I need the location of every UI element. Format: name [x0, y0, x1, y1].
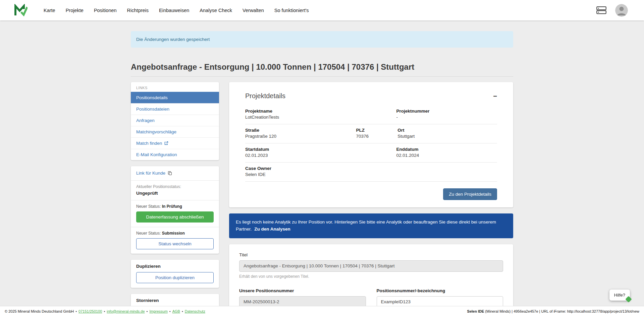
- sidebar-item-label: E-Mail Konfiguration: [136, 152, 177, 157]
- title-divider: [131, 76, 513, 77]
- title-field-label: Titel: [239, 252, 503, 257]
- footer-separator: •: [104, 309, 105, 313]
- session-info: Selen IDE (Mineral Minds) | 4956ea2e457e…: [467, 309, 639, 313]
- nav-item-richtpreis[interactable]: Richtpreis: [127, 8, 149, 13]
- nav-item-projekte[interactable]: Projekte: [66, 8, 84, 13]
- position-number-label: Positionsnummer/-bezeichnung: [377, 288, 503, 293]
- sidebar-links-card: LINKS Positionsdetails Positionsdateien …: [131, 82, 219, 160]
- our-number-label: Unsere Positionsnummer: [239, 288, 366, 293]
- sidebar-item-match-finden[interactable]: Match finden: [131, 137, 219, 149]
- field-label: Ort: [397, 128, 497, 133]
- duplicate-position-button[interactable]: Position duplizieren: [136, 272, 214, 283]
- alert-message: Die Änderungen wurden gespeichert: [136, 37, 210, 42]
- main-nav: Karte Projekte Positionen Richtpreis Ein…: [44, 8, 309, 13]
- footer-agb-link[interactable]: AGB: [172, 309, 180, 313]
- field-label: Projektnummer: [396, 109, 497, 114]
- field-label: Straße: [245, 128, 356, 133]
- navbar-right: [596, 4, 628, 17]
- nav-item-analyse-check[interactable]: Analyse Check: [200, 8, 232, 13]
- sidebar-item-label: Positionsdateien: [136, 107, 169, 112]
- new-status-line: Neuer Status: In Prüfung: [136, 204, 214, 209]
- app-logo[interactable]: [13, 4, 28, 17]
- person-icon: [615, 4, 628, 17]
- project-row: Startdatum 02.01.2023 Enddatum 02.01.202…: [245, 143, 497, 163]
- sidebar-item-label: Match finden: [136, 141, 162, 146]
- field-value: Pragstraße 120: [245, 134, 356, 139]
- go-to-analyses-link[interactable]: Zu den Analysen: [254, 227, 290, 232]
- switch-status-button[interactable]: Status wechseln: [136, 238, 214, 249]
- footer-datenschutz-link[interactable]: Datenschutz: [185, 309, 205, 313]
- project-row: Projektname LotCreationTests Projektnumm…: [245, 105, 497, 124]
- analytics-banner: Es liegt noch keine Analytik zu Ihrer Po…: [229, 213, 513, 238]
- footer-separator: •: [182, 309, 183, 313]
- external-link-icon: [164, 141, 168, 145]
- footer-separator: •: [169, 309, 171, 313]
- new-status-label: Neuer Status:: [136, 231, 161, 236]
- status-card: Link für Kunde Aktueller Positionsstatus…: [131, 166, 219, 254]
- sidebar-item-email-konfiguration[interactable]: E-Mail Konfiguration: [131, 149, 219, 160]
- position-form-card: Titel Erhält den von uns vorgegebenen Ti…: [229, 244, 513, 316]
- sidebar-item-matchingvorschlaege[interactable]: Matchingvorschläge: [131, 126, 219, 137]
- project-details-title: Projektdetails: [245, 92, 285, 100]
- main-content: Projektdetails − Projektname LotCreation…: [229, 82, 513, 316]
- field-label: PLZ: [356, 128, 397, 133]
- new-status-value: In Prüfung: [162, 204, 182, 209]
- nav-item-so-funktionierts[interactable]: So funktioniert's: [274, 8, 309, 13]
- field-value: Selen IDE: [245, 172, 497, 177]
- sidebar-item-positionsdetails[interactable]: Positionsdetails: [131, 92, 219, 103]
- server-icon: [596, 6, 606, 14]
- page-title: Angebotsanfrage - Entsorgung | 10.000 To…: [131, 62, 513, 72]
- nav-item-karte[interactable]: Karte: [44, 8, 55, 13]
- session-user: Selen IDE: [467, 309, 484, 313]
- links-header: LINKS: [131, 82, 219, 92]
- field-label: Enddatum: [396, 147, 497, 152]
- top-navbar: Karte Projekte Positionen Richtpreis Ein…: [0, 0, 644, 20]
- complete-data-entry-button[interactable]: Datenerfassung abschließen: [136, 211, 214, 223]
- sidebar-item-anfragen[interactable]: Anfragen: [131, 115, 219, 126]
- go-to-project-details-button[interactable]: Zu den Projektdetails: [443, 188, 497, 200]
- footer: © 2025 Mineral Minds Deutschland GmbH • …: [0, 306, 644, 316]
- field-value: LotCreationTests: [245, 115, 396, 120]
- footer-phone-link[interactable]: 07151/250100: [78, 309, 102, 313]
- customer-link[interactable]: Link für Kunde: [136, 171, 172, 176]
- page-body: Die Änderungen wurden gespeichert Angebo…: [0, 20, 644, 316]
- title-field-help: Erhält den von uns vorgegebenen Titel.: [239, 274, 503, 279]
- nav-item-verwalten[interactable]: Verwalten: [243, 8, 264, 13]
- field-value: 02.01.2023: [245, 153, 396, 158]
- current-status-value: Ungeprüft: [136, 191, 214, 196]
- sidebar-item-label: Positionsdetails: [136, 95, 168, 100]
- sidebar-item-label: Matchingvorschläge: [136, 129, 176, 134]
- current-status-label: Aktueller Positionsstatus:: [136, 184, 214, 189]
- customer-link-label: Link für Kunde: [136, 171, 165, 176]
- session-details: (Mineral Minds) | 4956ea2e457e | URL of …: [484, 309, 639, 313]
- copyright-text: © 2025 Mineral Minds Deutschland GmbH: [5, 309, 74, 313]
- logo-icon: [13, 4, 28, 17]
- footer-separator: •: [75, 309, 77, 313]
- help-button[interactable]: Hilfe?: [609, 290, 630, 301]
- field-value: Stuttgart: [397, 134, 497, 139]
- new-status-line: Neuer Status: Submission: [136, 231, 214, 236]
- nav-item-positionen[interactable]: Positionen: [94, 8, 117, 13]
- footer-separator: •: [147, 309, 148, 313]
- sidebar-item-positionsdateien[interactable]: Positionsdateien: [131, 103, 219, 115]
- server-icon-button[interactable]: [596, 6, 606, 14]
- field-label: Projektname: [245, 109, 396, 114]
- nav-item-einbauweisen[interactable]: Einbauweisen: [159, 8, 189, 13]
- copy-icon: [168, 171, 172, 175]
- user-avatar[interactable]: [615, 4, 628, 17]
- footer-impressum-link[interactable]: Impressum: [149, 309, 167, 313]
- title-input: [239, 260, 503, 272]
- project-row: Case Owner Selen IDE: [245, 163, 497, 182]
- success-alert: Die Änderungen wurden gespeichert: [131, 31, 513, 48]
- field-label: Case Owner: [245, 166, 497, 171]
- new-status-value: Submission: [162, 231, 185, 236]
- collapse-icon[interactable]: −: [493, 93, 497, 100]
- sidebar-item-label: Anfragen: [136, 118, 155, 123]
- new-status-label: Neuer Status:: [136, 204, 161, 209]
- project-details-card: Projektdetails − Projektname LotCreation…: [229, 82, 513, 207]
- cancel-title: Stornieren: [136, 298, 214, 303]
- field-value: -: [396, 115, 497, 120]
- field-label: Startdatum: [245, 147, 396, 152]
- field-value: 70376: [356, 134, 397, 139]
- footer-email-link[interactable]: info@mineral-minds.de: [107, 309, 145, 313]
